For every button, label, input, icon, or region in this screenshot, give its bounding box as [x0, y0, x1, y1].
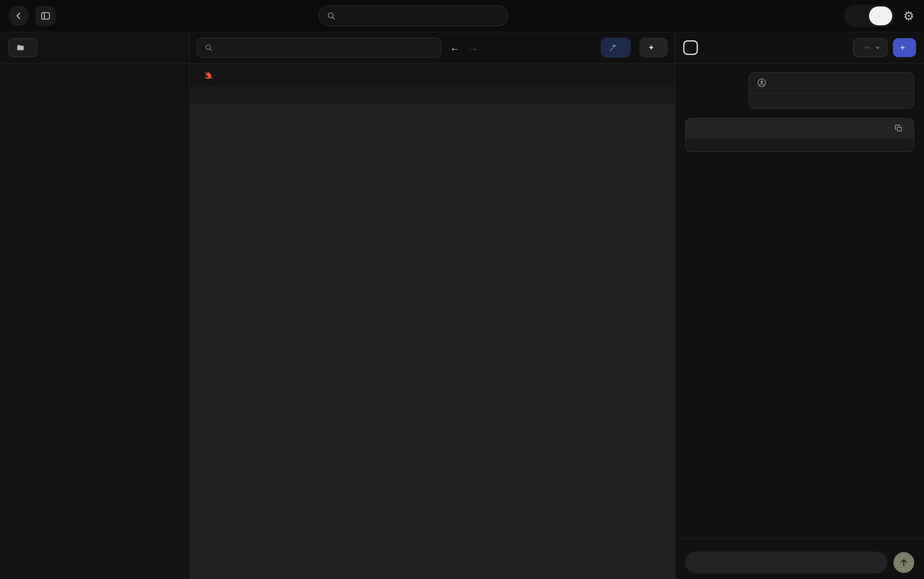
- sparkle-icon: ✦: [648, 43, 654, 52]
- change-project-button[interactable]: [8, 38, 37, 57]
- ai-code-body: [686, 138, 914, 152]
- gear-icon: ⚙: [903, 9, 914, 23]
- add-component-button[interactable]: +: [893, 38, 916, 57]
- view-switcher: [844, 5, 894, 27]
- top-bar: ⚙: [0, 0, 924, 32]
- plus-icon: +: [900, 43, 905, 52]
- copy-code-button[interactable]: [895, 124, 906, 132]
- sync-xcode-button[interactable]: [601, 38, 631, 58]
- chevron-left-icon: [14, 11, 23, 20]
- arrow-up-icon: [899, 558, 908, 567]
- back-button[interactable]: [8, 6, 29, 26]
- file-explorer-sidebar: [0, 33, 190, 579]
- tab-components[interactable]: [846, 7, 869, 25]
- movil-logo-icon: [683, 40, 698, 55]
- search-icon: [327, 11, 336, 20]
- swift-icon: [202, 70, 213, 81]
- text-search[interactable]: [197, 38, 441, 58]
- hide-ai-assistant-button[interactable]: ✦: [639, 38, 668, 58]
- global-search[interactable]: [318, 5, 508, 26]
- search-icon: [205, 44, 213, 52]
- chevron-down-icon: [875, 44, 881, 51]
- code-editor-panel: ← → ✦: [190, 33, 675, 579]
- editor-code[interactable]: [190, 105, 675, 579]
- settings-button[interactable]: ⚙: [903, 10, 914, 22]
- hammer-icon: [609, 44, 617, 52]
- ai-panel-header: +: [675, 33, 924, 64]
- user-message-text: [749, 93, 914, 108]
- navigate-forward-button[interactable]: →: [468, 42, 478, 54]
- editor-toolbar: ← → ✦: [190, 33, 675, 64]
- arrow-left-icon: ←: [450, 42, 460, 53]
- file-tree: [0, 64, 190, 579]
- folder-icon: [16, 44, 25, 52]
- code-strip-header: [190, 88, 675, 105]
- panel-left-icon: [41, 11, 51, 21]
- chat-thread: [675, 64, 924, 538]
- sidebar-toggle-button[interactable]: [36, 6, 56, 26]
- arrow-right-icon: →: [468, 42, 478, 53]
- ai-input-section: [675, 538, 924, 579]
- global-search-input[interactable]: [341, 11, 500, 21]
- agent-usage-badge: [864, 46, 870, 49]
- open-file-header: [190, 64, 675, 88]
- send-button[interactable]: [893, 552, 914, 573]
- navigate-back-button[interactable]: ←: [450, 42, 460, 54]
- user-avatar-icon: [757, 78, 766, 87]
- user-message-card: [749, 72, 914, 109]
- copy-icon: [895, 124, 903, 132]
- text-search-input[interactable]: [218, 43, 433, 53]
- ai-prompt-input[interactable]: [685, 551, 887, 574]
- agent-selector[interactable]: [853, 38, 887, 57]
- tab-projects[interactable]: [869, 7, 892, 25]
- sidebar-header: [0, 33, 190, 64]
- ai-code-block: [685, 118, 914, 152]
- ai-assistant-panel: +: [675, 33, 924, 579]
